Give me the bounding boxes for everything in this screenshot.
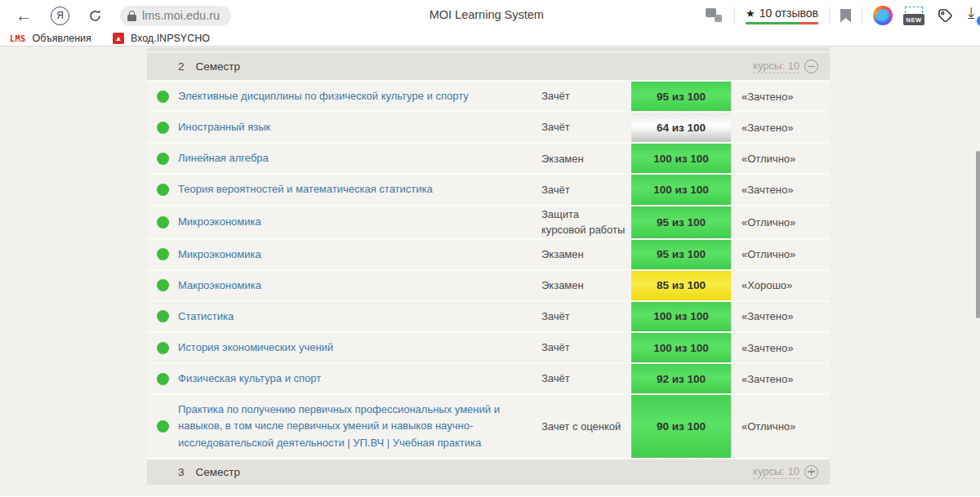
browser-toolbar: ← Я lms.moi.edu.ru MOI Learning System ★… — [0, 0, 980, 31]
course-row: Физическая культура и спорт Зачёт 92 из … — [147, 364, 830, 395]
course-name-link[interactable]: Макроэкономика — [178, 271, 541, 300]
screenshot-new-icon[interactable]: NEW — [903, 6, 924, 25]
grade-text: «Зачтено» — [731, 184, 830, 196]
course-rows: Элективные дисциплины по физической куль… — [147, 82, 830, 459]
url-text: lms.moi.edu.ru — [142, 9, 220, 22]
bookmark-label: Объявления — [33, 33, 91, 44]
course-row: Макроэкономика Экзамен 85 из 100 «Хорошо… — [147, 271, 830, 302]
score-badge: 100 из 100 — [631, 333, 731, 362]
semester-number: 3 — [178, 466, 185, 478]
bookmark-item-lms[interactable]: LMS Объявления — [10, 33, 91, 44]
site-reviews[interactable]: ★ 10 отзывов — [746, 7, 818, 24]
page-title: MOI Learning System — [430, 8, 544, 21]
bookmarks-bar: LMS Объявления ▲ Вход.INPSYCHO — [0, 31, 980, 47]
assessment-type: Экзамен — [541, 246, 631, 263]
course-row: Теория вероятностей и математическая ста… — [147, 175, 830, 206]
status-dot-icon — [157, 248, 169, 260]
bookmark-icon[interactable] — [840, 9, 851, 23]
status-dot-icon — [157, 342, 169, 354]
status-dot-icon — [157, 184, 169, 196]
grade-text: «Зачтено» — [731, 342, 830, 354]
course-name-link[interactable]: Микроэкономика — [178, 240, 541, 269]
courses-count-link[interactable]: курсы: 10 — [753, 465, 800, 479]
semester-footer: 3 Семестр курсы: 10 — [147, 459, 830, 485]
grade-text: «Зачтено» — [731, 91, 830, 103]
score-badge: 95 из 100 — [631, 240, 731, 269]
grade-text: «Зачтено» — [731, 122, 830, 134]
semester-number: 2 — [178, 60, 185, 73]
score-badge: 100 из 100 — [631, 144, 731, 173]
grade-text: «Зачтено» — [731, 310, 830, 322]
lms-favicon: LMS — [10, 34, 26, 43]
score-badge: 64 из 100 — [631, 113, 731, 142]
assessment-type: Зачёт — [541, 119, 631, 135]
feedback-icon[interactable] — [706, 8, 724, 23]
course-name-link[interactable]: Элективные дисциплины по физической куль… — [178, 82, 541, 111]
divider — [862, 7, 862, 24]
semester-label: Семестр — [196, 466, 241, 478]
expand-icon[interactable] — [804, 465, 818, 479]
score-badge: 92 из 100 — [631, 364, 731, 393]
course-name-link[interactable]: Иностранный язык — [178, 113, 541, 142]
assessment-type: Экзамен — [541, 277, 631, 294]
collections-icon[interactable] — [935, 6, 955, 25]
status-dot-icon — [157, 216, 169, 229]
bookmark-item-inpsycho[interactable]: ▲ Вход.INPSYCHO — [113, 33, 210, 44]
score-badge: 95 из 100 — [631, 82, 731, 111]
rating-bar — [746, 22, 818, 24]
course-row: Линейная алгебра Экзамен 100 из 100 «Отл… — [147, 144, 830, 175]
course-row: История экономических учений Зачёт 100 и… — [147, 333, 830, 364]
course-name-link[interactable]: Физическая культура и спорт — [178, 364, 541, 393]
grade-text: «Отлично» — [731, 248, 830, 260]
score-badge: 90 из 100 — [631, 395, 731, 457]
status-dot-icon — [157, 153, 169, 165]
bookmark-label: Вход.INPSYCHO — [131, 33, 210, 44]
course-name-link[interactable]: Статистика — [178, 302, 541, 331]
divider — [829, 7, 830, 24]
course-row: Микроэкономика Защита курсовой работы 95… — [147, 206, 830, 240]
assessment-type: Защита курсовой работы — [541, 206, 631, 238]
assessment-type: Зачёт — [541, 88, 631, 104]
assessment-type: Зачёт — [541, 182, 631, 198]
course-name-link[interactable]: Практика по получению первичных професси… — [178, 395, 541, 457]
refresh-icon[interactable] — [82, 3, 107, 28]
course-name-link[interactable]: Линейная алгебра — [178, 144, 541, 173]
lock-icon[interactable] — [127, 11, 136, 21]
assessment-type: Зачёт — [541, 339, 631, 356]
status-dot-icon — [157, 91, 169, 103]
page-content: 2 Семестр курсы: 10 Элективные дисциплин… — [0, 47, 980, 496]
score-badge: 100 из 100 — [631, 302, 731, 331]
yandex-home-icon[interactable]: Я — [51, 7, 69, 25]
score-badge: 85 из 100 — [631, 271, 731, 300]
downloads-button[interactable]: ⤓ 2 — [965, 4, 980, 27]
course-name-link[interactable]: Микроэкономика — [178, 207, 541, 237]
assessment-type: Зачет с оценкой — [541, 419, 631, 435]
course-row: Микроэкономика Экзамен 95 из 100 «Отличн… — [147, 240, 830, 271]
grade-text: «Отлично» — [731, 420, 830, 433]
star-icon: ★ — [746, 7, 755, 20]
course-name-link[interactable]: Теория вероятностей и математическая ста… — [178, 175, 541, 204]
course-row: Элективные дисциплины по физической куль… — [147, 82, 830, 113]
score-badge: 95 из 100 — [631, 206, 731, 238]
back-button[interactable]: ← — [11, 3, 36, 28]
vertical-scrollbar[interactable] — [976, 151, 980, 318]
score-badge: 100 из 100 — [631, 175, 731, 204]
divider — [734, 7, 735, 24]
course-name-link[interactable]: История экономических учений — [178, 333, 541, 362]
status-dot-icon — [157, 279, 169, 291]
assessment-type: Экзамен — [541, 151, 631, 167]
course-row: Практика по получению первичных професси… — [147, 395, 830, 459]
semester-label: Семестр — [196, 60, 241, 73]
courses-count-link[interactable]: курсы: 10 — [753, 60, 800, 73]
address-bar[interactable]: lms.moi.edu.ru — [120, 6, 231, 26]
inpsycho-favicon: ▲ — [113, 33, 124, 44]
status-dot-icon — [157, 373, 169, 385]
status-dot-icon — [157, 310, 169, 322]
downloads-badge: 2 — [976, 15, 980, 27]
collapse-icon[interactable] — [804, 60, 818, 73]
grade-text: «Отлично» — [731, 153, 830, 165]
extension-icon[interactable] — [873, 6, 893, 25]
download-arrow-icon: ⤓ — [968, 4, 974, 22]
status-dot-icon — [157, 122, 169, 134]
grade-text: «Хорошо» — [731, 279, 830, 291]
